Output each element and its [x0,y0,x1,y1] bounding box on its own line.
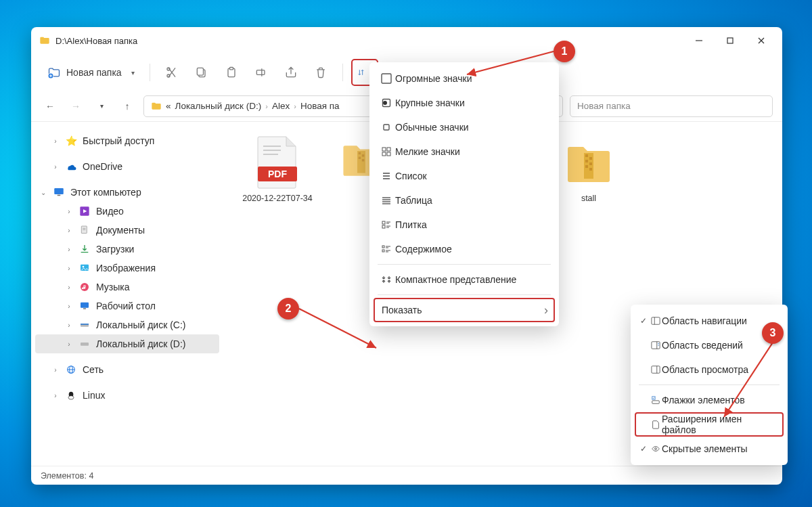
menu-item-content[interactable]: Содержимое [374,237,555,261]
label: Рабочий стол [96,301,156,311]
menu-item-hidden-items[interactable]: ✓Скрытые элементы [635,437,784,461]
view-menu: Огромные значки Крупные значки Обычные з… [369,62,559,326]
label: Плитка [395,219,427,230]
new-folder-label: Новая папка [66,67,122,78]
drive-icon [78,319,91,331]
menu-item-extra-large-icons[interactable]: Огромные значки [374,66,555,91]
sidebar-item-downloads[interactable]: ›Загрузки [35,240,219,259]
navigation-pane: ›⭐Быстрый доступ ›OneDrive ⌄Этот компьют… [31,122,223,466]
file-item-zip-2[interactable]: stall [548,135,629,204]
sidebar-item-music[interactable]: ›Музыка [35,278,219,296]
svg-rect-68 [382,221,385,224]
paste-button[interactable] [218,59,245,86]
menu-item-show[interactable]: Показать [374,298,555,322]
menu-item-preview-pane[interactable]: Область просмотра [635,357,784,382]
nav-up-button[interactable]: ↑ [118,97,137,116]
share-button[interactable] [277,59,304,86]
svg-rect-9 [197,68,203,75]
sidebar-item-video[interactable]: ›Видео [35,202,219,221]
svg-rect-45 [359,157,361,159]
svg-point-36 [68,396,74,399]
chevron-right-icon: › [65,284,73,291]
label: Музыка [96,282,130,292]
linux-icon [65,389,77,401]
sidebar-item-linux[interactable]: ›Linux [35,386,219,405]
file-ext-icon [650,418,662,431]
medium-icons-icon [380,121,392,133]
sidebar-item-quick-access[interactable]: ›⭐Быстрый доступ [35,131,219,150]
small-icons-icon [380,146,392,158]
delete-button[interactable] [307,59,334,86]
extra-large-icons-icon [380,72,392,85]
bc-seg[interactable]: Новая па [300,101,340,111]
svg-rect-11 [229,68,233,70]
menu-item-details[interactable]: Таблица [374,188,555,213]
svg-rect-30 [81,324,89,325]
label: Крупные значки [395,97,465,108]
file-label: stall [581,194,596,204]
rename-button[interactable] [248,59,275,86]
monitor-icon [53,186,65,198]
chevron-right-icon: › [51,137,60,145]
video-icon [78,205,91,217]
sidebar-item-documents[interactable]: ›Документы [35,221,219,240]
menu-item-item-checkboxes[interactable]: Флажки элементов [635,388,784,412]
menu-item-compact-view[interactable]: Компактное представление [374,267,555,292]
svg-rect-19 [58,195,61,196]
tiles-icon [380,219,392,231]
sidebar-item-pictures[interactable]: ›Изображения [35,259,219,278]
chevron-right-icon: › [51,366,60,374]
cut-button[interactable] [158,59,185,86]
svg-point-25 [83,266,85,268]
svg-rect-46 [362,159,364,161]
details-pane-icon [650,339,662,351]
menu-item-large-icons[interactable]: Крупные значки [374,91,555,115]
label: Видео [96,206,124,217]
nav-recent-button[interactable]: ▾ [92,97,111,116]
menu-item-nav-pane[interactable]: ✓Область навигации [635,309,784,333]
menu-item-file-extensions[interactable]: Расширения имен файлов [635,412,784,437]
close-button[interactable] [746,30,777,51]
svg-rect-48 [585,154,588,157]
copy-button[interactable] [188,59,215,86]
svg-rect-60 [387,152,390,156]
search-placeholder: Новая папка [577,101,631,111]
sidebar-item-disk-d[interactable]: ›Локальный диск (D:) [35,334,219,353]
svg-rect-89 [652,401,660,403]
svg-rect-49 [589,157,592,160]
separator [342,64,343,81]
label: Загрузки [96,244,134,255]
sidebar-item-onedrive[interactable]: ›OneDrive [35,157,219,176]
new-folder-button[interactable]: Новая папка ▾ [41,62,141,83]
item-count: Элементов: 4 [41,471,93,481]
sidebar-item-desktop[interactable]: ›Рабочий стол [35,296,219,315]
nav-forward-button[interactable]: → [66,97,85,116]
bc-seg[interactable]: « [166,101,171,111]
svg-rect-54 [382,74,391,83]
nav-back-button[interactable]: ← [41,97,60,116]
music-icon [78,281,91,293]
menu-item-details-pane[interactable]: Область сведений [635,333,784,357]
menu-item-tiles[interactable]: Плитка [374,213,555,237]
svg-rect-31 [81,343,89,346]
titlebar: D:\Alex\Новая папка [31,27,782,54]
bc-seg[interactable]: Alex [272,101,290,111]
file-item-pdf[interactable]: PDF 2020-12-22T07-34 [237,135,318,204]
maximize-button[interactable] [715,30,746,51]
svg-rect-1 [727,38,733,43]
search-input[interactable]: Новая папка [570,95,773,117]
svg-rect-43 [359,152,361,154]
sidebar-item-disk-c[interactable]: ›Локальный диск (C:) [35,315,219,334]
menu-item-list[interactable]: Список [374,164,555,188]
status-bar: Элементов: 4 [31,466,782,485]
sidebar-item-this-pc[interactable]: ⌄Этот компьютер [35,183,219,202]
svg-rect-51 [589,162,592,165]
menu-item-medium-icons[interactable]: Обычные значки [374,115,555,139]
sidebar-item-network[interactable]: ›Сеть [35,360,219,379]
minimize-button[interactable] [683,30,715,51]
menu-item-small-icons[interactable]: Мелкие значки [374,139,555,164]
svg-rect-57 [382,148,386,151]
network-icon [65,363,77,376]
bc-seg[interactable]: Локальный диск (D:) [175,101,262,111]
eye-icon [650,443,662,455]
